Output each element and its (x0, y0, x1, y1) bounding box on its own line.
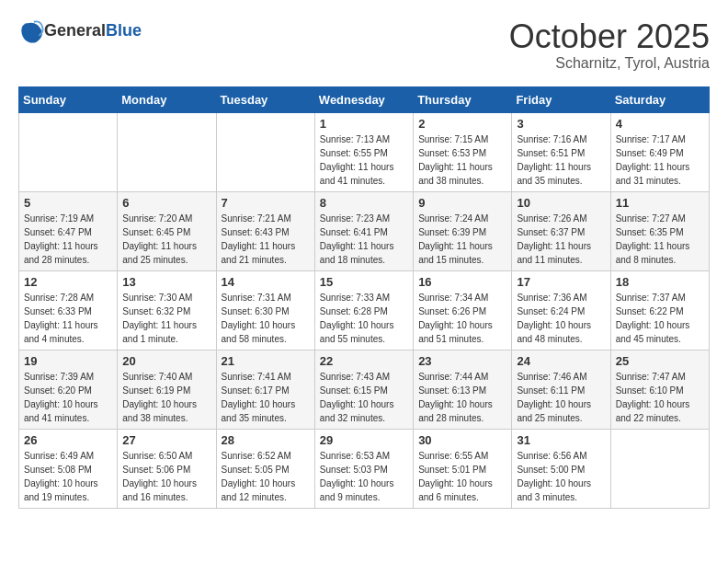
calendar-day-cell: 3Sunrise: 7:16 AM Sunset: 6:51 PM Daylig… (512, 112, 610, 191)
calendar-week-row: 12Sunrise: 7:28 AM Sunset: 6:33 PM Dayli… (19, 270, 710, 350)
calendar-day-cell: 22Sunrise: 7:43 AM Sunset: 6:15 PM Dayli… (314, 350, 413, 429)
logo-icon (18, 18, 44, 44)
day-number: 2 (418, 117, 506, 131)
day-info: Sunrise: 7:19 AM Sunset: 6:47 PM Dayligh… (24, 212, 112, 267)
day-info: Sunrise: 7:44 AM Sunset: 6:13 PM Dayligh… (418, 370, 506, 425)
day-number: 3 (517, 117, 605, 131)
day-info: Sunrise: 7:39 AM Sunset: 6:20 PM Dayligh… (24, 370, 112, 425)
calendar-day-cell: 31Sunrise: 6:56 AM Sunset: 5:00 PM Dayli… (512, 429, 610, 508)
day-number: 31 (517, 433, 605, 447)
day-info: Sunrise: 6:55 AM Sunset: 5:01 PM Dayligh… (418, 449, 506, 504)
day-info: Sunrise: 7:26 AM Sunset: 6:37 PM Dayligh… (517, 212, 605, 267)
day-info: Sunrise: 7:31 AM Sunset: 6:30 PM Dayligh… (222, 291, 310, 346)
calendar-day-cell: 28Sunrise: 6:52 AM Sunset: 5:05 PM Dayli… (216, 429, 314, 508)
day-number: 15 (320, 275, 408, 289)
calendar-day-cell: 14Sunrise: 7:31 AM Sunset: 6:30 PM Dayli… (216, 270, 314, 350)
calendar-day-header: Tuesday (216, 86, 314, 112)
calendar-day-cell: 29Sunrise: 6:53 AM Sunset: 5:03 PM Dayli… (314, 429, 413, 508)
day-number: 23 (418, 354, 506, 368)
calendar-day-cell: 30Sunrise: 6:55 AM Sunset: 5:01 PM Dayli… (414, 429, 512, 508)
calendar-day-cell: 27Sunrise: 6:50 AM Sunset: 5:06 PM Dayli… (118, 429, 216, 508)
calendar-day-cell: 25Sunrise: 7:47 AM Sunset: 6:10 PM Dayli… (610, 350, 709, 429)
day-number: 8 (320, 196, 408, 210)
day-number: 17 (517, 275, 605, 289)
day-info: Sunrise: 7:16 AM Sunset: 6:51 PM Dayligh… (517, 132, 605, 188)
day-info: Sunrise: 7:24 AM Sunset: 6:39 PM Dayligh… (418, 212, 506, 267)
calendar-day-cell: 4Sunrise: 7:17 AM Sunset: 6:49 PM Daylig… (610, 112, 709, 191)
day-number: 28 (222, 433, 310, 447)
page-header: GeneralBlue October 2025 Scharnitz, Tyro… (18, 18, 710, 72)
day-info: Sunrise: 6:56 AM Sunset: 5:00 PM Dayligh… (517, 449, 605, 504)
calendar-day-cell: 9Sunrise: 7:24 AM Sunset: 6:39 PM Daylig… (414, 191, 512, 270)
day-number: 18 (616, 275, 704, 289)
calendar-day-cell: 13Sunrise: 7:30 AM Sunset: 6:32 PM Dayli… (118, 270, 216, 350)
day-number: 29 (320, 433, 408, 447)
day-number: 21 (222, 354, 310, 368)
day-number: 10 (517, 196, 605, 210)
calendar-day-header: Saturday (610, 86, 709, 112)
calendar-day-header: Wednesday (314, 86, 413, 112)
day-info: Sunrise: 6:52 AM Sunset: 5:05 PM Dayligh… (222, 449, 310, 504)
calendar-day-header: Friday (512, 86, 610, 112)
day-number: 5 (24, 196, 112, 210)
calendar-week-row: 26Sunrise: 6:49 AM Sunset: 5:08 PM Dayli… (19, 429, 710, 508)
calendar-day-cell: 5Sunrise: 7:19 AM Sunset: 6:47 PM Daylig… (19, 191, 118, 270)
day-number: 20 (122, 354, 210, 368)
day-info: Sunrise: 7:34 AM Sunset: 6:26 PM Dayligh… (418, 291, 506, 346)
calendar-week-row: 5Sunrise: 7:19 AM Sunset: 6:47 PM Daylig… (19, 191, 710, 270)
calendar-day-cell: 7Sunrise: 7:21 AM Sunset: 6:43 PM Daylig… (216, 191, 314, 270)
day-info: Sunrise: 7:41 AM Sunset: 6:17 PM Dayligh… (222, 370, 310, 425)
day-info: Sunrise: 7:17 AM Sunset: 6:49 PM Dayligh… (616, 132, 704, 188)
calendar-day-cell: 18Sunrise: 7:37 AM Sunset: 6:22 PM Dayli… (610, 270, 709, 350)
day-info: Sunrise: 7:46 AM Sunset: 6:11 PM Dayligh… (517, 370, 605, 425)
day-number: 24 (517, 354, 605, 368)
day-number: 11 (616, 196, 704, 210)
day-number: 12 (24, 275, 112, 289)
calendar-day-header: Sunday (19, 86, 118, 112)
logo-blue-text: Blue (106, 21, 142, 40)
calendar-day-cell: 2Sunrise: 7:15 AM Sunset: 6:53 PM Daylig… (414, 112, 512, 191)
day-info: Sunrise: 7:43 AM Sunset: 6:15 PM Dayligh… (320, 370, 408, 425)
title-block: October 2025 Scharnitz, Tyrol, Austria (509, 18, 710, 72)
logo: GeneralBlue (18, 18, 142, 44)
day-number: 25 (616, 354, 704, 368)
calendar-day-cell: 6Sunrise: 7:20 AM Sunset: 6:45 PM Daylig… (118, 191, 216, 270)
day-info: Sunrise: 7:33 AM Sunset: 6:28 PM Dayligh… (320, 291, 408, 346)
day-info: Sunrise: 6:49 AM Sunset: 5:08 PM Dayligh… (24, 449, 112, 504)
calendar-day-cell: 23Sunrise: 7:44 AM Sunset: 6:13 PM Dayli… (414, 350, 512, 429)
logo-general-text: General (44, 21, 106, 40)
day-info: Sunrise: 7:27 AM Sunset: 6:35 PM Dayligh… (616, 212, 704, 267)
calendar-day-cell (118, 112, 216, 191)
calendar-day-cell (216, 112, 314, 191)
day-number: 22 (320, 354, 408, 368)
calendar-day-header: Monday (118, 86, 216, 112)
calendar-day-cell (19, 112, 118, 191)
day-info: Sunrise: 7:47 AM Sunset: 6:10 PM Dayligh… (616, 370, 704, 425)
calendar-day-cell: 24Sunrise: 7:46 AM Sunset: 6:11 PM Dayli… (512, 350, 610, 429)
day-info: Sunrise: 7:15 AM Sunset: 6:53 PM Dayligh… (418, 132, 506, 188)
day-number: 7 (222, 196, 310, 210)
day-info: Sunrise: 7:36 AM Sunset: 6:24 PM Dayligh… (517, 291, 605, 346)
day-info: Sunrise: 6:53 AM Sunset: 5:03 PM Dayligh… (320, 449, 408, 504)
day-number: 27 (122, 433, 210, 447)
day-info: Sunrise: 7:13 AM Sunset: 6:55 PM Dayligh… (320, 132, 408, 188)
calendar-day-cell: 1Sunrise: 7:13 AM Sunset: 6:55 PM Daylig… (314, 112, 413, 191)
day-info: Sunrise: 7:23 AM Sunset: 6:41 PM Dayligh… (320, 212, 408, 267)
day-number: 13 (122, 275, 210, 289)
day-number: 14 (222, 275, 310, 289)
calendar-header-row: SundayMondayTuesdayWednesdayThursdayFrid… (19, 86, 710, 112)
location-subtitle: Scharnitz, Tyrol, Austria (509, 55, 710, 72)
day-info: Sunrise: 6:50 AM Sunset: 5:06 PM Dayligh… (122, 449, 210, 504)
calendar-day-cell: 21Sunrise: 7:41 AM Sunset: 6:17 PM Dayli… (216, 350, 314, 429)
day-number: 9 (418, 196, 506, 210)
calendar-day-cell: 11Sunrise: 7:27 AM Sunset: 6:35 PM Dayli… (610, 191, 709, 270)
day-number: 26 (24, 433, 112, 447)
day-info: Sunrise: 7:21 AM Sunset: 6:43 PM Dayligh… (222, 212, 310, 267)
calendar-day-cell: 16Sunrise: 7:34 AM Sunset: 6:26 PM Dayli… (414, 270, 512, 350)
calendar-day-cell: 17Sunrise: 7:36 AM Sunset: 6:24 PM Dayli… (512, 270, 610, 350)
day-number: 4 (616, 117, 704, 131)
day-number: 1 (320, 117, 408, 131)
calendar-week-row: 1Sunrise: 7:13 AM Sunset: 6:55 PM Daylig… (19, 112, 710, 191)
calendar-day-cell: 12Sunrise: 7:28 AM Sunset: 6:33 PM Dayli… (19, 270, 118, 350)
calendar-day-cell: 10Sunrise: 7:26 AM Sunset: 6:37 PM Dayli… (512, 191, 610, 270)
